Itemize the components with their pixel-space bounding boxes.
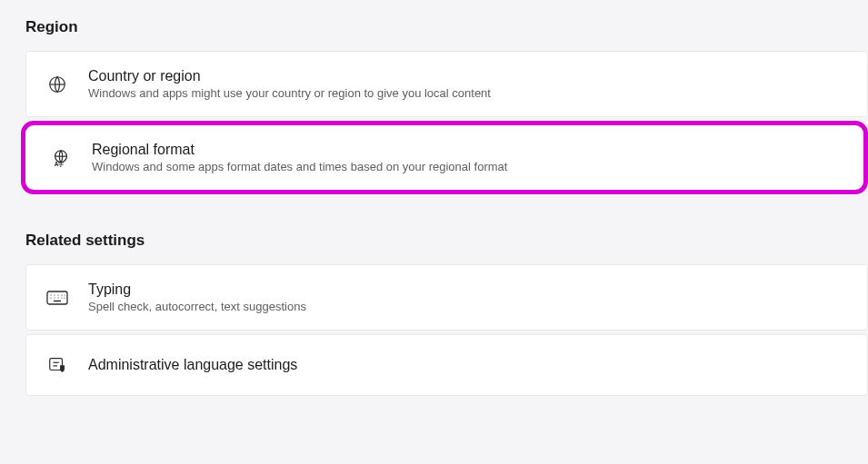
card-content: Administrative language settings bbox=[88, 357, 847, 373]
language-shield-icon bbox=[46, 354, 68, 376]
svg-point-6 bbox=[50, 294, 51, 295]
card-subtitle: Windows and apps might use your country … bbox=[88, 86, 847, 100]
svg-point-9 bbox=[61, 294, 62, 295]
card-content: Country or region Windows and apps might… bbox=[88, 68, 847, 100]
card-title: Typing bbox=[88, 281, 847, 298]
svg-point-15 bbox=[64, 297, 65, 298]
svg-point-10 bbox=[64, 294, 65, 295]
section-gap bbox=[25, 197, 868, 232]
globe-icon bbox=[46, 74, 68, 95]
card-content: Regional format Windows and some apps fo… bbox=[92, 142, 843, 173]
svg-point-7 bbox=[54, 294, 55, 295]
typing-card[interactable]: Typing Spell check, autocorrect, text su… bbox=[25, 264, 868, 331]
globe-language-icon: A字 bbox=[50, 147, 72, 169]
svg-point-12 bbox=[54, 297, 55, 298]
region-header: Region bbox=[25, 18, 868, 36]
svg-point-13 bbox=[57, 297, 58, 298]
regional-format-card[interactable]: A字 Regional format Windows and some apps… bbox=[21, 121, 868, 194]
svg-point-11 bbox=[50, 297, 51, 298]
country-or-region-card[interactable]: Country or region Windows and apps might… bbox=[25, 51, 868, 117]
card-content: Typing Spell check, autocorrect, text su… bbox=[88, 281, 847, 313]
svg-text:A字: A字 bbox=[55, 161, 65, 167]
svg-point-14 bbox=[61, 297, 62, 298]
card-title: Regional format bbox=[92, 142, 843, 158]
card-title: Administrative language settings bbox=[88, 357, 847, 373]
region-section: Region Country or region Windows and app… bbox=[25, 18, 868, 194]
card-subtitle: Spell check, autocorrect, text suggestio… bbox=[88, 300, 847, 313]
card-title: Country or region bbox=[88, 68, 847, 84]
related-settings-section: Related settings Typing Spell check, aut… bbox=[25, 232, 868, 396]
admin-language-card[interactable]: Administrative language settings bbox=[25, 334, 868, 396]
card-subtitle: Windows and some apps format dates and t… bbox=[92, 160, 843, 173]
related-settings-header: Related settings bbox=[25, 232, 868, 250]
svg-point-8 bbox=[57, 294, 58, 295]
keyboard-icon bbox=[46, 287, 68, 309]
